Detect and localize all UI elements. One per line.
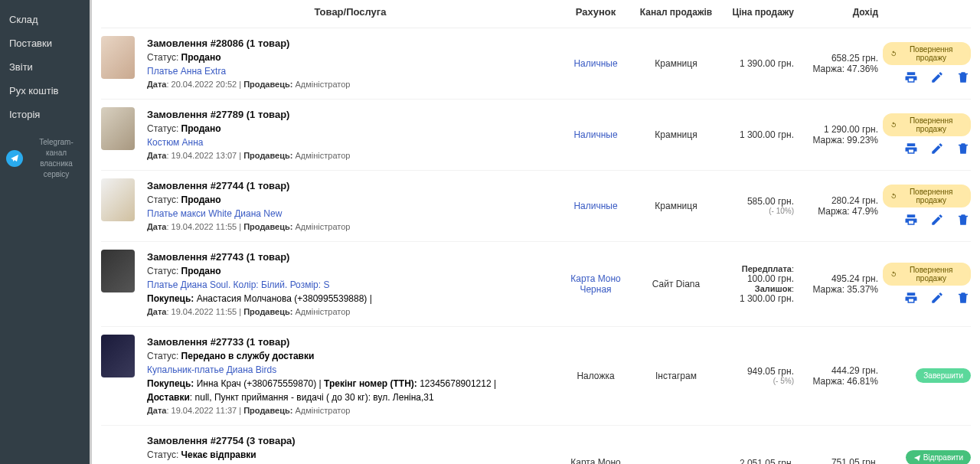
product-thumbnail[interactable] <box>101 107 135 150</box>
order-title: Замовлення #27789 (1 товар) <box>147 107 554 123</box>
channel-cell: Крамниця <box>638 107 714 162</box>
account-value: Наложка <box>577 371 614 381</box>
product-link[interactable]: Платье макси White Диана New <box>147 208 282 219</box>
return-sale-button[interactable]: Повернення продажу <box>883 263 971 286</box>
product-info: Замовлення #27789 (1 товар)Статус: Прода… <box>147 107 554 162</box>
product-link[interactable]: Платье Диана Soul. Колір: Білий. Розмір:… <box>147 279 329 290</box>
actions-cell: Відправити <box>883 433 971 465</box>
account-cell: Наличные <box>554 36 638 91</box>
delete-icon[interactable] <box>956 141 971 156</box>
order-title: Замовлення #27733 (1 товар) <box>147 335 554 350</box>
print-icon[interactable] <box>903 70 919 85</box>
return-sale-button[interactable]: Повернення продажу <box>883 185 971 207</box>
price-cell: 1 390.00 грн. <box>714 36 799 91</box>
sidebar-item-2[interactable]: Звіти <box>0 55 90 79</box>
order-row: Замовлення #27743 (1 товар)Статус: Прода… <box>101 242 971 327</box>
price-cell: Передплата:100.00 грн.Залишок:1 300.00 г… <box>714 250 799 319</box>
account-value[interactable]: Наличные <box>573 129 617 140</box>
order-row: Замовлення #27789 (1 товар)Статус: Прода… <box>101 100 971 171</box>
sidebar-item-1[interactable]: Поставки <box>0 31 90 55</box>
delete-icon[interactable] <box>956 212 971 227</box>
price-cell: 1 300.00 грн. <box>714 107 799 162</box>
order-row: Замовлення #28086 (1 товар)Статус: Прода… <box>101 28 971 100</box>
account-cell: Карта Моно Черная <box>554 433 638 465</box>
order-title: Замовлення #27743 (1 товар) <box>147 250 554 265</box>
order-title: Замовлення #27744 (1 товар) <box>147 178 554 194</box>
edit-icon[interactable] <box>929 141 945 156</box>
channel-cell: Сайт Diana <box>638 250 714 319</box>
order-title: Замовлення #28086 (1 товар) <box>147 36 554 51</box>
order-title: Замовлення #27754 (3 товара) <box>147 433 554 449</box>
actions-cell: Повернення продажу <box>883 36 971 91</box>
telegram-link[interactable]: Telegram-канал власника сервісу <box>0 126 90 180</box>
order-row: Замовлення #27754 (3 товара)Статус: Чека… <box>101 426 971 465</box>
product-info: Замовлення #27744 (1 товар)Статус: Прода… <box>147 178 554 234</box>
return-sale-button[interactable]: Повернення продажу <box>883 113 971 136</box>
account-value[interactable]: Наличные <box>573 201 617 211</box>
product-thumbnail[interactable] <box>101 250 135 292</box>
sidebar: СкладПоставкиЗвітиРух коштівІсторія Tele… <box>0 0 90 464</box>
actions-cell: Завершити <box>883 335 971 417</box>
delete-icon[interactable] <box>956 70 971 85</box>
channel-cell: Інстаграм <box>638 335 714 417</box>
product-info: Замовлення #28086 (1 товар)Статус: Прода… <box>147 36 554 91</box>
actions-cell: Повернення продажу <box>883 107 971 162</box>
income-cell: 280.24 грн.Маржа: 47.9% <box>799 178 883 234</box>
product-link[interactable]: Костюм Анна <box>147 137 204 148</box>
income-cell: 658.25 грн.Маржа: 47.36% <box>799 36 883 91</box>
sidebar-item-0[interactable]: Склад <box>0 8 90 31</box>
account-value[interactable]: Наличные <box>573 58 617 69</box>
product-link[interactable]: Платье Анна Extra <box>147 66 226 77</box>
product-info: Замовлення #27743 (1 товар)Статус: Прода… <box>147 250 554 319</box>
edit-icon[interactable] <box>929 290 945 306</box>
channel-cell: Крамниця <box>638 178 714 234</box>
return-sale-button[interactable]: Повернення продажу <box>883 42 971 65</box>
col-account-header: Рахунок <box>554 5 638 20</box>
actions-cell: Повернення продажу <box>883 250 971 319</box>
price-cell: 949.05 грн.(- 5%) <box>714 335 799 417</box>
channel-cell: Крамниця <box>638 433 714 465</box>
account-value[interactable]: Карта Моно Черная <box>554 273 638 295</box>
col-product-header: Товар/Послуга <box>147 5 554 20</box>
order-row: Замовлення #27744 (1 товар)Статус: Прода… <box>101 171 971 242</box>
price-cell: 585.00 грн.(- 10%) <box>714 178 799 234</box>
col-channel-header: Канал продажів <box>638 5 714 20</box>
account-value: Карта Моно Черная <box>554 457 638 465</box>
send-button[interactable]: Відправити <box>906 450 971 464</box>
product-thumbnail[interactable] <box>101 178 135 221</box>
product-info: Замовлення #27754 (3 товара)Статус: Чека… <box>147 433 554 465</box>
income-cell: 444.29 грн.Маржа: 46.81% <box>799 335 883 417</box>
table-header: Товар/Послуга Рахунок Канал продажів Цін… <box>101 0 971 28</box>
sidebar-item-4[interactable]: Історія <box>0 103 90 126</box>
account-cell: Карта Моно Черная <box>554 250 638 319</box>
account-cell: Наличные <box>554 178 638 234</box>
print-icon[interactable] <box>903 212 919 227</box>
product-thumbnail[interactable] <box>101 36 135 79</box>
channel-cell: Крамниця <box>638 36 714 91</box>
income-cell: 495.24 грн.Маржа: 35.37% <box>799 250 883 319</box>
col-price-header: Ціна продажу <box>714 5 799 20</box>
account-cell: Наложка <box>554 335 638 417</box>
print-icon[interactable] <box>903 141 919 156</box>
product-info: Замовлення #27733 (1 товар)Статус: Перед… <box>147 335 554 417</box>
income-cell: 1 290.00 грн.Маржа: 99.23% <box>799 107 883 162</box>
sidebar-item-3[interactable]: Рух коштів <box>0 79 90 103</box>
main-content: Товар/Послуга Рахунок Канал продажів Цін… <box>92 0 980 464</box>
actions-cell: Повернення продажу <box>883 178 971 234</box>
product-link[interactable]: Купальник-платье Диана Birds <box>147 364 276 375</box>
edit-icon[interactable] <box>929 70 945 85</box>
income-cell: 751.05 грн.Маржа: 37.23% <box>799 433 883 465</box>
finish-button[interactable]: Завершити <box>916 368 971 383</box>
order-row: Замовлення #27733 (1 товар)Статус: Перед… <box>101 327 971 426</box>
price-cell: 2 051.05 грн.(- 5%) <box>714 433 799 465</box>
edit-icon[interactable] <box>929 212 945 227</box>
col-income-header: Дохід <box>799 5 883 20</box>
product-thumbnail[interactable] <box>101 335 135 377</box>
print-icon[interactable] <box>903 290 919 306</box>
telegram-icon <box>6 150 23 167</box>
account-cell: Наличные <box>554 107 638 162</box>
delete-icon[interactable] <box>956 290 971 306</box>
